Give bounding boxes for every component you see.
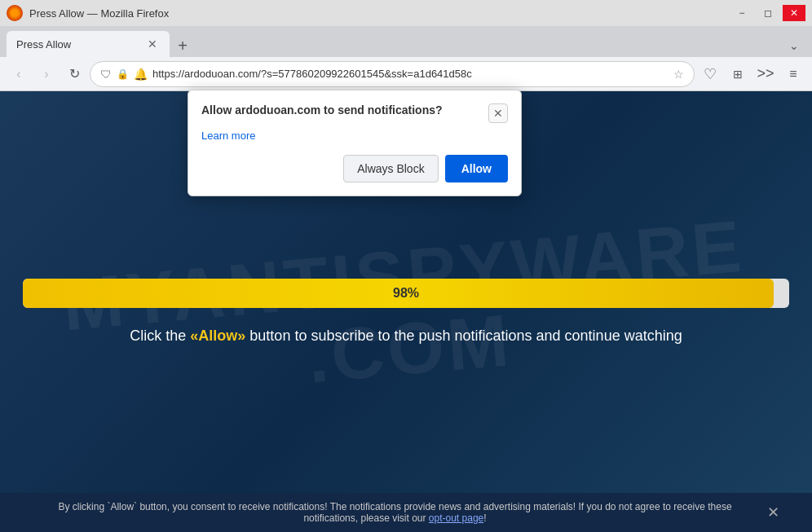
url-text: https://ardoduoan.com/?s=577860209922601…: [152, 68, 669, 80]
address-bar[interactable]: 🛡 🔒 🔔 https://ardoduoan.com/?s=577860209…: [90, 61, 695, 87]
pocket-button[interactable]: ♡: [698, 62, 722, 86]
back-button[interactable]: ‹: [7, 62, 31, 86]
popup-header: Allow ardoduoan.com to send notification…: [201, 103, 508, 123]
close-button[interactable]: ✕: [783, 5, 805, 21]
restore-button[interactable]: ◻: [757, 5, 779, 21]
titlebar-left: Press Allow — Mozilla Firefox: [7, 5, 169, 21]
more-tools-button[interactable]: >>: [753, 62, 778, 86]
shield-icon: 🛡: [100, 68, 112, 81]
lock-icon: 🔒: [117, 68, 129, 80]
notification-popup: Allow ardoduoan.com to send notification…: [188, 90, 522, 196]
browser-tab[interactable]: Press Allow ✕: [7, 31, 170, 57]
menu-button[interactable]: ≡: [781, 62, 805, 86]
titlebar: Press Allow — Mozilla Firefox − ◻ ✕: [0, 0, 812, 26]
popup-close-button[interactable]: ✕: [488, 103, 508, 123]
nav-right: ♡ ⊞ >> ≡: [698, 62, 805, 86]
firefox-logo-icon: [7, 5, 23, 21]
tab-label: Press Allow: [16, 38, 71, 51]
progress-container: 98%: [23, 279, 789, 308]
tab-close-button[interactable]: ✕: [145, 37, 160, 51]
tab-list-button[interactable]: ⌄: [783, 34, 805, 57]
extensions-button[interactable]: ⊞: [726, 62, 750, 86]
allow-highlight: «Allow»: [190, 328, 245, 344]
titlebar-title: Press Allow — Mozilla Firefox: [29, 7, 169, 20]
bottom-bar: By clicking `Allow` button, you consent …: [0, 493, 812, 532]
allow-button[interactable]: Allow: [445, 155, 508, 182]
forward-button[interactable]: ›: [34, 62, 59, 86]
instruction-text: Click the «Allow» button to subscribe to…: [113, 328, 698, 345]
reload-button[interactable]: ↻: [62, 62, 86, 86]
navbar: ‹ › ↻ 🛡 🔒 🔔 https://ardoduoan.com/?s=577…: [0, 57, 812, 91]
popup-title: Allow ardoduoan.com to send notification…: [201, 103, 488, 117]
bottom-text: By clicking `Allow` button, you consent …: [33, 501, 757, 524]
bottom-close-button[interactable]: ✕: [767, 503, 779, 521]
tabbar: Press Allow ✕ + ⌄: [0, 26, 812, 57]
popup-buttons: Always Block Allow: [201, 155, 508, 182]
titlebar-controls: − ◻ ✕: [730, 5, 805, 21]
bookmark-icon[interactable]: ☆: [673, 68, 684, 81]
watermark-text: MYANTISPYWARE.COM: [59, 209, 752, 414]
opt-out-link[interactable]: opt-out page: [429, 512, 483, 524]
notify-icon: 🔔: [134, 68, 148, 81]
new-tab-button[interactable]: +: [171, 34, 194, 57]
minimize-button[interactable]: −: [730, 5, 753, 21]
progress-label: 98%: [23, 279, 789, 308]
learn-more-link[interactable]: Learn more: [201, 130, 508, 142]
always-block-button[interactable]: Always Block: [343, 155, 438, 182]
